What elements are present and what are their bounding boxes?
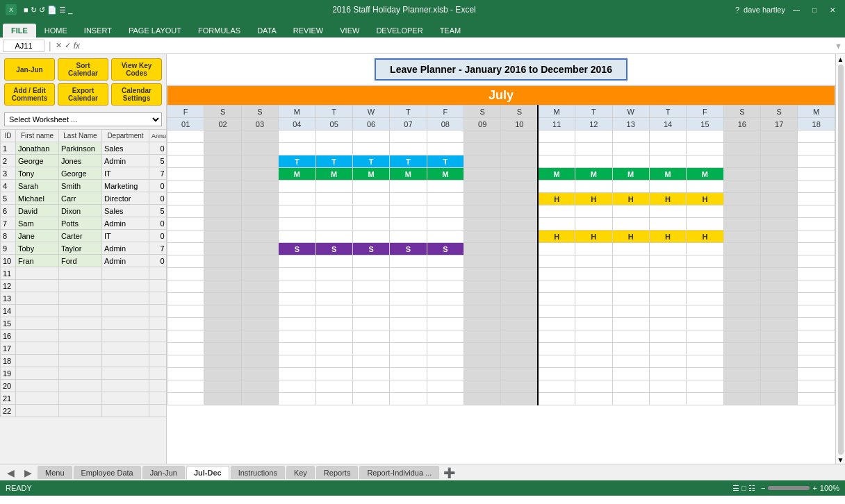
cal-cell-4-4[interactable]: M	[315, 168, 352, 180]
empty-cal-15-11[interactable]	[575, 305, 612, 318]
empty-cal-14-9[interactable]	[501, 293, 538, 305]
empty-cell-18-2[interactable]	[59, 355, 102, 367]
empty-cal-15-1[interactable]	[204, 305, 241, 318]
cal-cell-3-8[interactable]	[464, 156, 501, 168]
cal-cell-10-7[interactable]: S	[427, 243, 463, 255]
empty-cal-19-8[interactable]	[464, 355, 501, 368]
empty-cal-12-12[interactable]	[612, 268, 649, 280]
cal-empty-5-2[interactable]	[241, 180, 278, 193]
cal-cell-9-6[interactable]	[390, 230, 427, 243]
empty-cal-11-5[interactable]	[352, 255, 389, 268]
cell-5-3[interactable]: Director	[102, 192, 149, 205]
empty-cal-20-5[interactable]	[352, 368, 389, 380]
empty-cell-19-1[interactable]	[16, 367, 59, 380]
add-sheet-button[interactable]: ➕	[443, 467, 455, 478]
cell-10-0[interactable]: 10	[1, 255, 16, 267]
empty-cal-19-1[interactable]	[204, 355, 241, 368]
cal-empty-8-11[interactable]	[575, 218, 612, 230]
empty-cal-14-11[interactable]	[575, 293, 612, 305]
cal-empty-7-10[interactable]	[538, 205, 575, 218]
empty-cal-17-6[interactable]	[390, 330, 427, 343]
empty-cal-21-2[interactable]	[241, 380, 278, 393]
cal-cell-9-11[interactable]: H	[575, 230, 612, 243]
cell-10-1[interactable]: Fran	[16, 255, 59, 267]
sort-calendar-button[interactable]: Sort Calendar	[58, 58, 108, 81]
cal-empty-1-7[interactable]	[427, 131, 463, 143]
cal-empty-2-13[interactable]	[649, 143, 686, 156]
cal-empty-5-6[interactable]	[390, 180, 427, 193]
cal-cell-10-12[interactable]	[612, 243, 649, 255]
cal-empty-2-7[interactable]	[427, 143, 463, 156]
empty-cell-17-2[interactable]	[59, 342, 102, 355]
empty-cal-22-5[interactable]	[352, 393, 389, 405]
tab-file[interactable]: FILE	[3, 24, 36, 37]
empty-cal-22-2[interactable]	[241, 393, 278, 405]
empty-cal-14-12[interactable]	[612, 293, 649, 305]
empty-cal-18-6[interactable]	[390, 343, 427, 355]
cal-cell-3-15[interactable]	[723, 156, 760, 168]
scroll-up[interactable]: ▲	[837, 56, 844, 63]
cal-empty-1-5[interactable]	[352, 131, 389, 143]
empty-cal-13-1[interactable]	[204, 280, 241, 293]
empty-cell-19-2[interactable]	[59, 367, 102, 380]
empty-cal-16-9[interactable]	[501, 318, 538, 330]
cal-empty-1-11[interactable]	[575, 131, 612, 143]
cell-3-1[interactable]: Tony	[16, 167, 59, 180]
cal-cell-9-1[interactable]	[204, 230, 241, 243]
cal-cell-4-7[interactable]: M	[427, 168, 463, 180]
empty-cal-11-6[interactable]	[390, 255, 427, 268]
empty-cal-21-13[interactable]	[649, 380, 686, 393]
cell-5-0[interactable]: 5	[1, 192, 16, 205]
empty-cell-16-3[interactable]	[102, 330, 149, 342]
cal-empty-2-4[interactable]	[315, 143, 352, 156]
cal-empty-7-14[interactable]	[687, 205, 723, 218]
cal-cell-4-11[interactable]: M	[575, 168, 612, 180]
empty-cal-11-13[interactable]	[649, 255, 686, 268]
cal-cell-4-0[interactable]	[167, 168, 204, 180]
cal-cell-9-0[interactable]	[167, 230, 204, 243]
empty-cal-18-7[interactable]	[427, 343, 463, 355]
empty-cal-14-5[interactable]	[352, 293, 389, 305]
empty-cal-19-14[interactable]	[687, 355, 723, 368]
cal-empty-7-3[interactable]	[279, 205, 315, 218]
cal-empty-8-6[interactable]	[390, 218, 427, 230]
cell-9-4[interactable]: 7	[149, 242, 167, 255]
cal-empty-8-2[interactable]	[241, 218, 278, 230]
empty-cell-12-0[interactable]: 12	[1, 280, 16, 292]
empty-cal-17-16[interactable]	[761, 330, 798, 343]
empty-cal-21-8[interactable]	[464, 380, 501, 393]
cal-cell-3-9[interactable]	[501, 156, 538, 168]
empty-cal-19-16[interactable]	[761, 355, 798, 368]
empty-cal-21-7[interactable]	[427, 380, 463, 393]
empty-cal-20-9[interactable]	[501, 368, 538, 380]
cal-empty-5-9[interactable]	[501, 180, 538, 193]
cal-cell-10-6[interactable]: S	[390, 243, 427, 255]
empty-cal-22-9[interactable]	[501, 393, 538, 405]
empty-cal-16-8[interactable]	[464, 318, 501, 330]
cell-reference[interactable]: AJ11	[3, 40, 44, 52]
cal-empty-7-6[interactable]	[390, 205, 427, 218]
tab-view[interactable]: VIEW	[331, 24, 368, 37]
cell-2-3[interactable]: Admin	[102, 155, 149, 167]
cal-empty-1-6[interactable]	[390, 131, 427, 143]
empty-cal-11-17[interactable]	[798, 255, 835, 268]
cal-empty-1-17[interactable]	[798, 131, 835, 143]
cal-empty-2-8[interactable]	[464, 143, 501, 156]
empty-cal-21-11[interactable]	[575, 380, 612, 393]
cal-empty-8-8[interactable]	[464, 218, 501, 230]
empty-cal-11-0[interactable]	[167, 255, 204, 268]
empty-cal-16-5[interactable]	[352, 318, 389, 330]
cal-cell-9-8[interactable]	[464, 230, 501, 243]
cal-cell-10-4[interactable]: S	[315, 243, 352, 255]
empty-cal-14-10[interactable]	[538, 293, 575, 305]
empty-cal-16-7[interactable]	[427, 318, 463, 330]
calendar-area[interactable]: July FSSMTWTFSSMTWTFSSM 0102030405060708…	[167, 85, 835, 464]
cal-empty-8-7[interactable]	[427, 218, 463, 230]
cal-cell-6-3[interactable]	[279, 193, 315, 205]
empty-cal-14-4[interactable]	[315, 293, 352, 305]
cal-empty-2-16[interactable]	[761, 143, 798, 156]
cal-empty-1-16[interactable]	[761, 131, 798, 143]
cell-10-4[interactable]: 0	[149, 255, 167, 267]
cal-cell-4-5[interactable]: M	[352, 168, 389, 180]
cal-cell-4-12[interactable]: M	[612, 168, 649, 180]
